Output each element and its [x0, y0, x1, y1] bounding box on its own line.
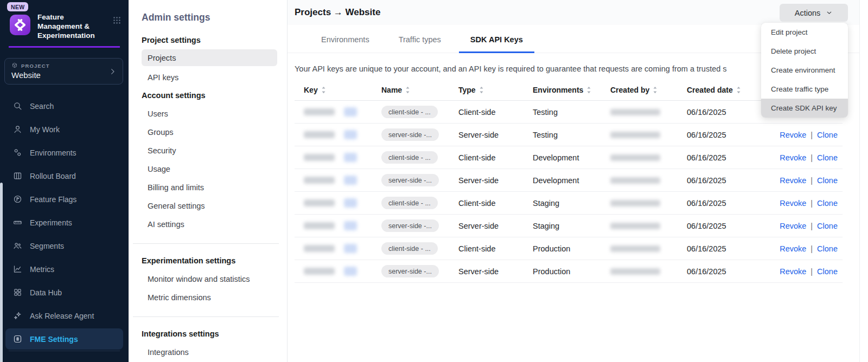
sort-icon[interactable]: [479, 86, 484, 94]
revoke-link[interactable]: Revoke: [780, 153, 806, 162]
admin-item-integrations[interactable]: Integrations: [142, 343, 277, 361]
user-icon: [13, 125, 22, 134]
copy-key-button[interactable]: [344, 153, 357, 162]
admin-item-security[interactable]: Security: [142, 141, 277, 160]
clone-link[interactable]: Clone: [817, 199, 838, 208]
admin-item-projects[interactable]: Projects: [142, 49, 277, 66]
admin-settings-title: Admin settings: [142, 12, 277, 23]
column-header-name[interactable]: Name: [372, 86, 449, 94]
sort-icon[interactable]: [405, 86, 410, 94]
api-key-row: client-side - ...Client-sideStaging06/16…: [295, 192, 843, 215]
menu-item-create-sdk-api-key[interactable]: Create SDK API key: [761, 99, 848, 118]
key-cell: [295, 130, 372, 139]
admin-item-users[interactable]: Users: [142, 105, 277, 123]
sort-icon[interactable]: [321, 86, 326, 94]
name-badge: client-side - ...: [381, 106, 438, 118]
copy-key-button[interactable]: [344, 198, 357, 208]
copy-key-button[interactable]: [344, 130, 357, 139]
copy-key-button[interactable]: [344, 176, 357, 185]
sidebar-item-data-hub[interactable]: Data Hub: [0, 281, 129, 304]
sidebar-item-fme-settings[interactable]: FME Settings: [5, 328, 123, 350]
clone-link[interactable]: Clone: [817, 176, 838, 185]
column-header-created-by[interactable]: Created by: [601, 86, 678, 94]
revoke-link[interactable]: Revoke: [780, 222, 806, 230]
admin-item-general-settings[interactable]: General settings: [142, 197, 277, 215]
type-cell: Server-side: [449, 131, 524, 139]
clone-link[interactable]: Clone: [817, 267, 838, 276]
apps-grid-icon[interactable]: [112, 16, 122, 25]
copy-key-button[interactable]: [344, 267, 357, 276]
row-actions-cell: Revoke|Clone: [760, 131, 843, 139]
revoke-link[interactable]: Revoke: [780, 176, 806, 185]
sidebar-item-rollout-board[interactable]: Rollout Board: [0, 164, 129, 188]
copy-key-button[interactable]: [344, 244, 357, 253]
name-badge: server-side -...: [381, 174, 439, 186]
sidebar-item-feature-flags[interactable]: Feature Flags: [0, 188, 129, 211]
menu-item-create-environment[interactable]: Create environment: [761, 61, 848, 80]
admin-item-usage[interactable]: Usage: [142, 160, 277, 178]
sort-icon[interactable]: [653, 86, 658, 94]
column-header-key[interactable]: Key: [295, 86, 372, 94]
copy-key-button[interactable]: [344, 107, 357, 117]
row-actions-cell: Revoke|Clone: [760, 267, 843, 276]
breadcrumb: Projects → Website: [295, 7, 380, 18]
brand-accent-line: [9, 46, 120, 48]
revoke-link[interactable]: Revoke: [780, 244, 806, 253]
admin-nav: Project settingsProjectsAPI keysAccount …: [142, 36, 277, 361]
actions-button[interactable]: Actions: [780, 4, 848, 22]
admin-item-billing-and-limits[interactable]: Billing and limits: [142, 178, 277, 197]
created-by-cell: [601, 177, 678, 184]
sort-icon[interactable]: [736, 86, 741, 94]
name-badge: client-side - ...: [381, 151, 438, 164]
copy-key-button[interactable]: [344, 221, 357, 230]
revoke-link[interactable]: Revoke: [780, 267, 806, 276]
menu-item-edit-project[interactable]: Edit project: [761, 23, 848, 42]
revoke-link[interactable]: Revoke: [780, 199, 806, 208]
menu-item-delete-project[interactable]: Delete project: [761, 42, 848, 61]
type-cell: Client-side: [449, 153, 524, 162]
sort-icon[interactable]: [586, 86, 591, 94]
name-cell: client-side - ...: [372, 197, 449, 209]
sidebar-item-search[interactable]: Search: [0, 94, 129, 118]
column-header-created-date[interactable]: Created date: [678, 86, 760, 94]
admin-group-heading-project-settings: Project settings: [142, 36, 277, 44]
clone-link[interactable]: Clone: [817, 222, 838, 230]
tab-traffic-types[interactable]: Traffic types: [387, 34, 452, 53]
admin-item-monitor-window-and-statistics[interactable]: Monitor window and statistics: [142, 270, 277, 288]
clone-link[interactable]: Clone: [817, 131, 838, 139]
type-cell: Client-side: [449, 244, 524, 253]
admin-item-metric-dimensions[interactable]: Metric dimensions: [142, 288, 277, 307]
created-by-cell: [601, 268, 678, 275]
sidebar-item-segments[interactable]: Segments: [0, 234, 129, 257]
admin-item-ai-settings[interactable]: AI settings: [142, 215, 277, 234]
revoke-link[interactable]: Revoke: [780, 131, 806, 139]
clone-link[interactable]: Clone: [817, 244, 838, 253]
sidebar-item-ask-release-agent[interactable]: Ask Release Agent: [0, 304, 129, 327]
actions-separator: |: [810, 131, 813, 139]
row-actions-cell: Revoke|Clone: [760, 153, 843, 162]
admin-item-api-keys[interactable]: API keys: [142, 68, 277, 87]
sidebar-item-label: Metrics: [30, 265, 54, 274]
project-selector[interactable]: PROJECT Website: [4, 58, 123, 85]
key-cell: [295, 221, 372, 230]
environment-cell: Development: [524, 153, 601, 162]
key-cell: [295, 107, 372, 117]
type-cell: Server-side: [449, 267, 524, 276]
sidebar-item-metrics[interactable]: Metrics: [0, 257, 129, 281]
column-header-type[interactable]: Type: [449, 86, 524, 94]
created-by-cell: [601, 109, 678, 115]
primary-nav: SearchMy WorkEnvironmentsRollout BoardFe…: [0, 94, 129, 350]
sidebar-item-experiments[interactable]: Experiments: [0, 211, 129, 234]
sidebar-item-label: Rollout Board: [30, 172, 76, 180]
scrollbar-thumb[interactable]: [0, 183, 3, 362]
clone-link[interactable]: Clone: [817, 153, 838, 162]
tab-sdk-api-keys[interactable]: SDK API Keys: [459, 34, 534, 53]
api-key-row: server-side -...Server-sideProduction06/…: [295, 260, 843, 283]
menu-item-create-traffic-type[interactable]: Create traffic type: [761, 80, 848, 99]
tab-environments[interactable]: Environments: [310, 34, 381, 53]
column-header-environments[interactable]: Environments: [524, 86, 601, 94]
environment-cell: Staging: [524, 222, 601, 230]
sidebar-item-my-work[interactable]: My Work: [0, 118, 129, 141]
sidebar-item-environments[interactable]: Environments: [0, 141, 129, 164]
admin-item-groups[interactable]: Groups: [142, 123, 277, 141]
